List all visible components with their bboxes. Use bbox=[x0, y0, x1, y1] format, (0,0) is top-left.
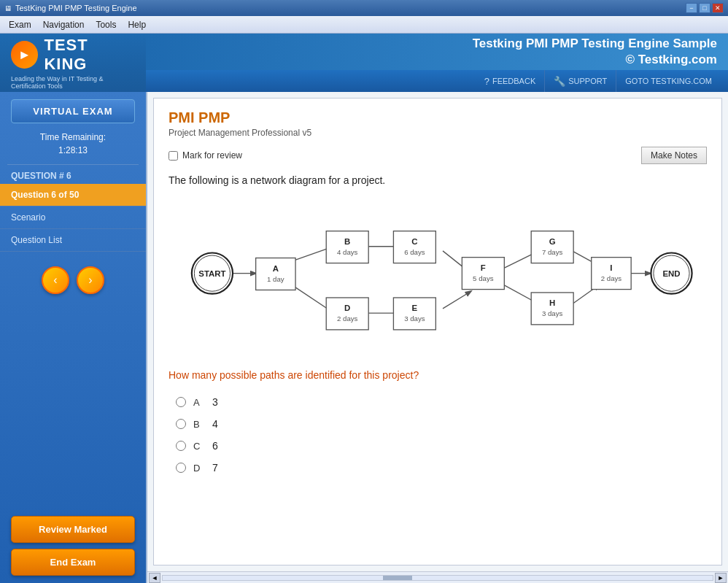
header-title: Testking PMI PMP Testing Engine Sample ©… bbox=[473, 36, 717, 68]
svg-text:B: B bbox=[344, 237, 350, 246]
make-notes-button[interactable]: Make Notes bbox=[641, 147, 707, 164]
svg-text:6 days: 6 days bbox=[404, 248, 425, 256]
svg-text:3 days: 3 days bbox=[542, 309, 563, 317]
option-letter-b: B bbox=[193, 419, 205, 430]
exam-subtitle: Project Management Professional v5 bbox=[169, 128, 707, 138]
svg-text:G: G bbox=[549, 237, 556, 246]
app-icon: 🖥 bbox=[4, 4, 12, 12]
option-letter-d: D bbox=[193, 463, 205, 474]
scroll-right-button[interactable]: ► bbox=[715, 573, 727, 583]
sidebar-bottom: Review Marked End Exam bbox=[0, 509, 146, 583]
svg-text:H: H bbox=[549, 298, 555, 307]
mark-checkbox-area: Mark for review bbox=[169, 150, 242, 161]
feedback-label: FEEDBACK bbox=[492, 77, 535, 85]
goto-testking-button[interactable]: GOTO TESTKING.COM bbox=[616, 70, 721, 92]
svg-text:5 days: 5 days bbox=[473, 274, 494, 282]
option-value-a: 3 bbox=[212, 396, 218, 408]
prev-button[interactable]: ‹ bbox=[42, 266, 69, 294]
mark-checkbox[interactable] bbox=[169, 151, 178, 161]
goto-label: GOTO TESTKING.COM bbox=[625, 77, 712, 85]
title-bar-controls: − □ ✕ bbox=[686, 3, 724, 13]
exam-title: PMI PMP bbox=[169, 109, 707, 126]
time-value: 1:28:13 bbox=[0, 144, 146, 157]
option-letter-a: A bbox=[193, 397, 205, 408]
svg-rect-36 bbox=[531, 231, 573, 263]
question-number-label: QUESTION # 6 bbox=[0, 165, 146, 184]
menu-navigation[interactable]: Navigation bbox=[37, 18, 90, 31]
svg-line-6 bbox=[443, 291, 471, 309]
sidebar-item-question[interactable]: Question 6 of 50 bbox=[0, 184, 146, 206]
option-value-d: 7 bbox=[212, 462, 218, 474]
header-title-line1: Testking PMI PMP Testing Engine Sample bbox=[473, 36, 717, 52]
option-row-c: C 6 bbox=[176, 440, 707, 452]
feedback-button[interactable]: ? FEEDBACK bbox=[476, 70, 546, 92]
svg-rect-39 bbox=[531, 293, 573, 325]
logo-area: ► TEST KING Leading the Way in IT Testin… bbox=[0, 34, 146, 92]
mark-review-row: Mark for review Make Notes bbox=[169, 147, 707, 164]
header-nav: ? FEEDBACK 🔧 SUPPORT GOTO TESTKING.COM bbox=[146, 70, 728, 92]
svg-text:D: D bbox=[344, 304, 350, 312]
svg-rect-33 bbox=[462, 258, 504, 290]
menu-bar: Exam Navigation Tools Help bbox=[0, 16, 728, 34]
horizontal-scrollbar[interactable]: ◄ ► bbox=[147, 571, 728, 583]
main-layout: VIRTUAL EXAM Time Remaining: 1:28:13 QUE… bbox=[0, 92, 728, 583]
logo-name: TEST KING bbox=[44, 36, 135, 74]
option-radio-a[interactable] bbox=[176, 397, 186, 407]
svg-text:4 days: 4 days bbox=[337, 248, 358, 256]
maximize-button[interactable]: □ bbox=[699, 3, 710, 13]
support-icon: 🔧 bbox=[554, 76, 565, 87]
review-marked-button[interactable]: Review Marked bbox=[11, 516, 135, 543]
network-diagram: START END A 1 day B 4 days C bbox=[169, 200, 707, 353]
svg-text:C: C bbox=[411, 237, 417, 246]
svg-text:I: I bbox=[610, 263, 612, 272]
feedback-icon: ? bbox=[484, 76, 489, 87]
option-row-d: D 7 bbox=[176, 462, 707, 474]
svg-text:E: E bbox=[412, 304, 418, 312]
svg-text:3 days: 3 days bbox=[404, 314, 425, 323]
svg-text:1 day: 1 day bbox=[267, 275, 284, 283]
svg-rect-27 bbox=[326, 298, 368, 330]
sidebar-spacer bbox=[0, 309, 146, 509]
next-button[interactable]: › bbox=[77, 266, 104, 294]
content-area: PMI PMP Project Management Professional … bbox=[146, 92, 728, 583]
option-radio-b[interactable] bbox=[176, 419, 186, 429]
menu-tools[interactable]: Tools bbox=[90, 18, 122, 31]
sidebar-item-scenario[interactable]: Scenario bbox=[0, 206, 146, 229]
svg-text:A: A bbox=[273, 264, 279, 273]
svg-text:END: END bbox=[662, 269, 680, 278]
minimize-button[interactable]: − bbox=[686, 3, 697, 13]
support-button[interactable]: 🔧 SUPPORT bbox=[545, 70, 616, 92]
svg-text:START: START bbox=[198, 269, 225, 278]
network-diagram-svg: START END A 1 day B 4 days C bbox=[175, 200, 700, 353]
option-row-a: A 3 bbox=[176, 396, 707, 408]
svg-text:2 days: 2 days bbox=[337, 314, 358, 323]
sidebar-item-question-list[interactable]: Question List bbox=[0, 229, 146, 252]
option-value-b: 4 bbox=[212, 418, 218, 430]
close-button[interactable]: ✕ bbox=[712, 3, 724, 13]
svg-rect-24 bbox=[393, 231, 435, 263]
support-label: SUPPORT bbox=[568, 77, 607, 85]
time-remaining: Time Remaining: 1:28:13 bbox=[0, 131, 146, 157]
navigation-arrows: ‹ › bbox=[0, 266, 146, 294]
option-letter-c: C bbox=[193, 441, 205, 452]
option-radio-d[interactable] bbox=[176, 463, 186, 473]
scroll-left-button[interactable]: ◄ bbox=[149, 573, 160, 583]
end-exam-button[interactable]: End Exam bbox=[11, 549, 135, 576]
virtual-exam-button[interactable]: VIRTUAL EXAM bbox=[11, 99, 135, 123]
menu-exam[interactable]: Exam bbox=[3, 18, 37, 31]
title-bar-text: TestKing PMI PMP Testing Engine bbox=[15, 4, 137, 12]
logo-sub: Leading the Way in IT Testing & Certific… bbox=[11, 75, 135, 90]
svg-rect-18 bbox=[256, 258, 295, 290]
header: ► TEST KING Leading the Way in IT Testin… bbox=[0, 34, 728, 92]
svg-rect-21 bbox=[326, 231, 368, 263]
header-title-line2: © Testking.com bbox=[473, 52, 717, 68]
scroll-track[interactable] bbox=[162, 575, 713, 581]
question-q: How many possible paths are identified f… bbox=[169, 368, 707, 383]
time-label: Time Remaining: bbox=[0, 131, 146, 144]
mark-label: Mark for review bbox=[182, 150, 242, 161]
scroll-thumb bbox=[383, 576, 412, 580]
option-value-c: 6 bbox=[212, 440, 218, 452]
title-bar: 🖥 TestKing PMI PMP Testing Engine − □ ✕ bbox=[0, 0, 728, 16]
menu-help[interactable]: Help bbox=[122, 18, 152, 31]
option-radio-c[interactable] bbox=[176, 441, 186, 451]
